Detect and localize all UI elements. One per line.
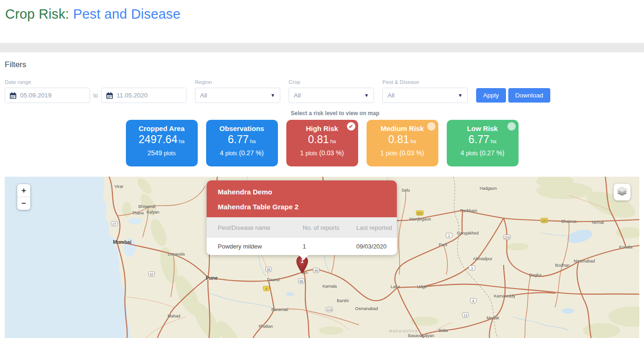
layers-button[interactable] bbox=[614, 184, 630, 200]
date-from-value: 05.09.2019 bbox=[20, 92, 52, 99]
card-title: Observations bbox=[206, 124, 278, 132]
risk-level-hint: Select a risk level to view on map bbox=[13, 110, 644, 117]
zoom-out-button[interactable]: − bbox=[17, 197, 30, 210]
card-select-circle-icon[interactable] bbox=[427, 122, 436, 131]
date-range-label: Date range bbox=[5, 79, 187, 85]
road-shield-icon: 115 bbox=[325, 307, 332, 312]
popup-col-pest: Pest/Disease name bbox=[218, 224, 303, 231]
risk-card-high-risk[interactable]: ✔High Risk0.81ha1 plots (0.03 %) bbox=[286, 120, 358, 166]
chevron-down-icon: ▼ bbox=[270, 93, 275, 98]
card-title: Cropped Area bbox=[126, 124, 198, 132]
pest-disease-label: Pest & Disease bbox=[382, 79, 468, 85]
map-place-label: Baramati bbox=[271, 307, 288, 312]
popup-header: Mahendra Demo Mahendra Table Grape 2 bbox=[207, 180, 397, 217]
card-select-circle-icon[interactable] bbox=[507, 122, 516, 131]
road-shield-icon: 222 bbox=[540, 218, 548, 223]
date-to-value: 11.05.2020 bbox=[117, 92, 148, 99]
card-selected-check-icon[interactable]: ✔ bbox=[347, 122, 355, 131]
road-shield-icon: 68 bbox=[298, 279, 305, 284]
card-plots: 1 plots (0.03 %) bbox=[367, 149, 438, 157]
filters-heading: Filters bbox=[5, 60, 639, 69]
map-place-label: Ahmadpur bbox=[473, 256, 492, 261]
download-button[interactable]: Download bbox=[508, 88, 550, 103]
popup-cell: 1 bbox=[303, 243, 356, 250]
map-place-label: Gangakhed bbox=[457, 231, 479, 235]
road-shield-icon: 13 bbox=[462, 313, 469, 318]
popup-cell: Powdery mildew bbox=[218, 243, 303, 250]
map-place-label: Nizamabad bbox=[574, 259, 595, 263]
popup-table-row: Powdery mildew109/03/2020 bbox=[207, 238, 397, 255]
header-divider-strip bbox=[0, 43, 644, 52]
calendar-icon bbox=[10, 92, 16, 99]
map-place-label: Virar bbox=[115, 184, 124, 189]
map-place-label: Barshi bbox=[337, 298, 349, 303]
risk-cards-row: Cropped Area2497.64ha2549 plots Observat… bbox=[0, 120, 644, 166]
risk-card-observations: Observations6.77ha4 plots (0.27 %) bbox=[206, 120, 278, 166]
map-place-label: Thane bbox=[132, 211, 144, 215]
popup-col-last: Last reported bbox=[356, 224, 397, 231]
map-place-label: Bidar bbox=[438, 328, 448, 333]
road-shield-icon: 9 bbox=[263, 286, 270, 291]
map-place-label: Daund bbox=[267, 277, 280, 282]
road-shield-icon: 2 bbox=[446, 233, 452, 238]
map-place-label: Basavakalyan bbox=[408, 333, 434, 338]
map-canvas[interactable]: VirarBhiwandiThaneKalyanMumbaiLonavalaPu… bbox=[5, 177, 639, 338]
map-place-label: Mahad bbox=[167, 314, 180, 318]
map-place-label: Selu bbox=[402, 188, 410, 193]
region-select[interactable]: All ▼ bbox=[195, 88, 280, 103]
map-zoom-control: + − bbox=[17, 184, 30, 210]
risk-card-medium-risk[interactable]: Medium Risk0.81ha1 plots (0.03 %) bbox=[367, 120, 438, 166]
calendar-icon bbox=[106, 92, 113, 99]
map-place-label: Lonavala bbox=[168, 252, 185, 256]
card-plots: 2549 plots bbox=[126, 149, 198, 157]
map-place-label: Latur bbox=[391, 284, 401, 289]
map-place-label: Osmanabad bbox=[355, 306, 378, 311]
map-place-label: Maharashtra bbox=[389, 329, 418, 333]
card-value: 6.77ha bbox=[206, 132, 278, 148]
map-place-label: Manjlegaon bbox=[409, 217, 431, 221]
map-place-label: Udgir bbox=[417, 284, 427, 289]
risk-card-low-risk[interactable]: Low Risk6.77ha4 plots (0.27 %) bbox=[447, 120, 519, 166]
map-place-label: Deglur bbox=[529, 273, 542, 277]
road-shield-icon: 224 bbox=[503, 235, 511, 240]
map-place-label: Medak bbox=[486, 316, 499, 320]
date-range-to-word: to bbox=[93, 92, 98, 99]
page-title: Crop Risk: Pest and Disease bbox=[5, 7, 644, 22]
map-place-label: Korutla bbox=[619, 245, 633, 249]
pest-disease-filter-group: Pest & Disease All ▼ bbox=[382, 79, 468, 103]
map-place-label: Kamala bbox=[323, 284, 337, 289]
popup-col-reports: No. of reports bbox=[303, 224, 356, 231]
road-shield-icon: 45 bbox=[313, 268, 319, 273]
zoom-in-button[interactable]: + bbox=[17, 184, 30, 197]
map-place-label: Kamareddy bbox=[494, 294, 515, 298]
crop-select[interactable]: All ▼ bbox=[289, 88, 374, 103]
popup-table-body: Powdery mildew109/03/2020 bbox=[207, 238, 397, 255]
region-label: Region bbox=[195, 79, 280, 85]
pest-disease-select-value: All bbox=[388, 92, 395, 99]
date-to-input[interactable]: 11.05.2020 bbox=[101, 88, 187, 103]
road-shield-icon: 8 bbox=[470, 298, 477, 304]
popup-farm-name: Mahendra Demo bbox=[218, 188, 397, 196]
map-place-label: Kalyan bbox=[146, 210, 159, 214]
card-value: 6.77ha bbox=[447, 132, 519, 148]
filters-section: Filters Date range 05.09.2019 to 11.05.2… bbox=[0, 52, 644, 103]
card-plots: 4 plots (0.27 %) bbox=[447, 149, 519, 157]
apply-button[interactable]: Apply bbox=[476, 88, 506, 103]
crop-select-value: All bbox=[294, 92, 301, 99]
popup-tail bbox=[298, 255, 309, 260]
region-select-value: All bbox=[200, 92, 207, 99]
pest-disease-select[interactable]: All ▼ bbox=[382, 88, 468, 103]
card-value: 0.81ha bbox=[367, 132, 438, 148]
page-title-prefix: Crop Risk: bbox=[5, 7, 73, 21]
card-plots: 4 plots (0.27 %) bbox=[206, 149, 278, 157]
road-shield-icon: 222 bbox=[416, 211, 423, 216]
map-place-label: Bhiwandi bbox=[138, 204, 156, 209]
map-place-label: Bodhan bbox=[555, 263, 569, 268]
map-place-label: Nirmal bbox=[592, 220, 604, 225]
date-from-input[interactable]: 05.09.2019 bbox=[5, 88, 90, 103]
crop-label: Crop bbox=[289, 79, 374, 85]
card-value: 2497.64ha bbox=[126, 132, 198, 148]
page-title-suffix: Pest and Disease bbox=[73, 7, 181, 21]
map-place-label: Mumbai bbox=[113, 239, 132, 245]
popup-table-header: Pest/Disease name No. of reports Last re… bbox=[207, 217, 397, 238]
